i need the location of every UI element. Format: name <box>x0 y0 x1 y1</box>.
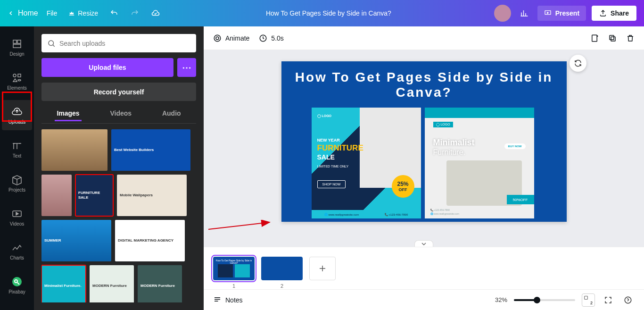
redo-button[interactable] <box>127 6 142 21</box>
svg-rect-14 <box>611 37 615 41</box>
rail-item-elements[interactable]: Elements <box>2 66 32 96</box>
context-toolbar: Animate 5.0s <box>204 26 644 50</box>
rail-item-charts[interactable]: Charts <box>2 236 32 266</box>
page-strip: How To Get Pages Side by Side in Canva?1… <box>204 247 644 289</box>
upload-row: Upload files ⋯ <box>41 58 196 77</box>
page-thumbnail[interactable]: 2 <box>261 257 303 280</box>
crown-icon <box>68 10 75 17</box>
redo-icon <box>131 9 139 17</box>
fullscreen-button[interactable] <box>602 293 615 307</box>
canvas-area: Animate 5.0s How To Get Pages Side by Si… <box>204 26 644 310</box>
home-label: Home <box>18 9 38 17</box>
plus-icon <box>318 264 327 273</box>
duplicate-page-button[interactable] <box>608 34 617 42</box>
add-page-button[interactable] <box>590 34 599 42</box>
logo-text: ◯ LOGO <box>433 122 453 127</box>
svg-rect-15 <box>610 35 614 40</box>
page-heading[interactable]: How To Get Pages Side by Side in Canva? <box>281 70 567 100</box>
svg-line-17 <box>208 222 270 229</box>
rail-item-pixabay[interactable]: Pixabay <box>2 270 32 300</box>
workspace[interactable]: How To Get Pages Side by Side in Canva? … <box>204 50 644 247</box>
present-icon <box>544 9 552 17</box>
svg-rect-1 <box>13 40 17 43</box>
share-label: Share <box>611 9 629 17</box>
upload-thumb[interactable] <box>41 129 107 171</box>
svg-point-9 <box>49 41 54 46</box>
add-page-thumb-button[interactable] <box>309 257 336 280</box>
animate-button[interactable]: Animate <box>213 34 249 42</box>
svg-rect-2 <box>17 40 21 43</box>
rail-item-design[interactable]: Design <box>2 32 32 62</box>
left-design-image[interactable]: ◯ LOGO NEW YEAR FURNITURE SALE LIMITED T… <box>312 108 421 218</box>
animate-icon <box>213 34 222 42</box>
zoom-slider[interactable] <box>514 299 575 301</box>
undo-button[interactable] <box>107 6 122 21</box>
rail-item-videos[interactable]: Videos <box>2 202 32 232</box>
resize-menu[interactable]: Resize <box>66 8 101 19</box>
fullscreen-icon <box>604 296 612 304</box>
tab-images[interactable]: Images <box>55 107 81 121</box>
notes-button[interactable]: Notes <box>213 296 243 304</box>
tab-audio[interactable]: Audio <box>160 107 183 121</box>
uploads-panel: Upload files ⋯ Record yourself ImagesVid… <box>34 26 204 310</box>
share-button[interactable]: Share <box>592 6 636 21</box>
trash-icon <box>626 34 635 42</box>
svg-point-11 <box>216 37 219 40</box>
user-avatar[interactable] <box>494 5 511 22</box>
share-icon <box>599 9 607 17</box>
add-page-icon <box>590 34 599 42</box>
room-photo-placeholder <box>360 108 421 188</box>
rail-item-text[interactable]: Text <box>2 134 32 164</box>
main-area: DesignElementsUploadsTextProjectsVideosC… <box>0 26 644 310</box>
sparkle-refresh-icon <box>574 59 582 67</box>
duration-button[interactable]: 5.0s <box>259 34 283 42</box>
record-yourself-button[interactable]: Record yourself <box>41 83 196 101</box>
upload-files-button[interactable]: Upload files <box>41 58 173 77</box>
duplicate-icon <box>608 34 617 42</box>
home-button[interactable]: Home <box>8 9 38 17</box>
page-count-button[interactable]: 2 <box>582 293 595 307</box>
zoom-value[interactable]: 32% <box>495 296 507 303</box>
upload-thumb[interactable]: Minimalist Furniture. <box>41 265 86 302</box>
insights-button[interactable] <box>517 6 532 21</box>
rail-item-uploads[interactable]: Uploads <box>2 100 32 130</box>
bottom-bar: Notes 32% 2 <box>204 289 644 310</box>
search-icon <box>47 39 56 48</box>
present-button[interactable]: Present <box>537 6 586 21</box>
cloud-sync-button[interactable] <box>148 6 163 21</box>
upload-thumb[interactable]: Best Website Builders <box>111 129 190 171</box>
upload-thumb[interactable]: MODERN Furniture <box>90 265 134 302</box>
show-suggestions-button[interactable] <box>570 55 586 72</box>
tab-videos[interactable]: Videos <box>108 107 133 121</box>
svg-rect-13 <box>592 35 597 42</box>
upload-thumb[interactable]: SUMMER <box>41 220 111 261</box>
present-label: Present <box>555 9 579 17</box>
upload-thumb[interactable]: FURNITURE SALE <box>75 175 113 216</box>
animate-label: Animate <box>225 34 249 42</box>
top-header: Home File Resize How To Get Pages Side b… <box>0 0 644 26</box>
delete-page-button[interactable] <box>626 34 635 42</box>
upload-thumb[interactable] <box>41 175 72 216</box>
search-field-wrap[interactable] <box>41 34 196 52</box>
upload-more-button[interactable]: ⋯ <box>177 58 196 77</box>
page-thumbnail[interactable]: How To Get Pages Side by Side in Canva?1 <box>213 257 255 280</box>
logo-text: ◯ LOGO <box>317 114 332 118</box>
upload-thumb[interactable]: DIGITAL MARKETING AGENCY <box>115 220 185 261</box>
collapse-pagestrip-button[interactable] <box>414 240 433 247</box>
svg-rect-5 <box>18 74 21 77</box>
search-input[interactable] <box>56 40 190 47</box>
file-menu[interactable]: File <box>44 8 60 19</box>
notes-label: Notes <box>225 296 243 304</box>
resize-label: Resize <box>78 9 98 17</box>
svg-rect-18 <box>585 296 588 299</box>
right-design-image[interactable]: ◯ LOGO Minimalist Furniture. BUY NOW 50%… <box>425 108 534 218</box>
rail-item-projects[interactable]: Projects <box>2 168 32 198</box>
canvas-page[interactable]: How To Get Pages Side by Side in Canva? … <box>281 61 567 222</box>
help-icon <box>624 296 632 304</box>
upload-thumb[interactable]: MODERN Furniture <box>138 265 182 302</box>
panel-tabs: ImagesVideosAudio <box>41 107 196 124</box>
help-button[interactable] <box>621 293 635 307</box>
svg-point-4 <box>13 74 16 77</box>
document-title[interactable]: How To Get Pages Side by Side in Canva? <box>169 9 488 17</box>
upload-thumb[interactable]: Mobile Wallpapers <box>117 175 187 216</box>
